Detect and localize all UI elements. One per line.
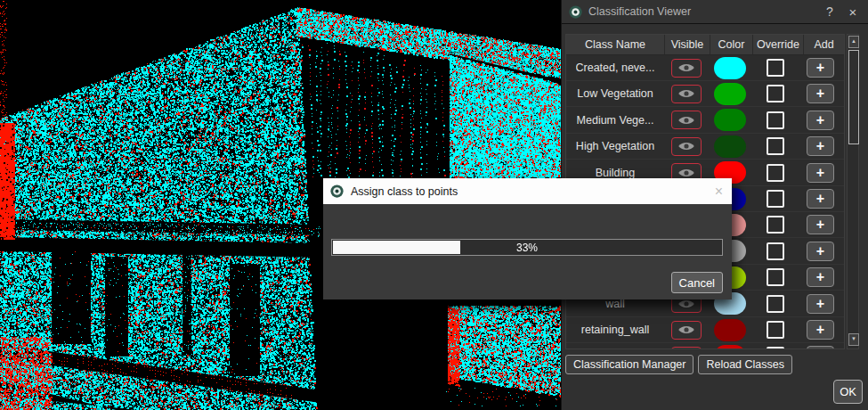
progress-bar: 33%	[331, 239, 723, 256]
override-checkbox[interactable]	[767, 268, 784, 286]
add-button[interactable]: +	[807, 58, 834, 78]
class-name-label: Building	[596, 167, 635, 179]
override-checkbox[interactable]	[767, 190, 784, 208]
class-name-label: retaining_wall	[581, 324, 649, 336]
class-row[interactable]: +	[566, 343, 844, 349]
override-checkbox[interactable]	[767, 85, 784, 102]
header-class-name[interactable]: Class Name	[566, 35, 665, 55]
add-button[interactable]: +	[807, 346, 834, 349]
app-logo-icon	[569, 5, 582, 19]
class-color-swatch[interactable]	[714, 57, 746, 79]
progress-percent-label: 33%	[332, 240, 722, 255]
ok-button[interactable]: OK	[833, 380, 863, 404]
header-color[interactable]: Color	[710, 35, 753, 55]
override-checkbox[interactable]	[767, 242, 784, 260]
eye-icon	[677, 168, 695, 178]
eye-icon	[677, 324, 695, 335]
assign-class-dialog: Assign class to points × 33% Cancel	[323, 178, 732, 299]
panel-titlebar[interactable]: Classification Viewer ? ×	[562, 0, 868, 24]
add-button[interactable]: +	[807, 111, 834, 130]
dialog-title: Assign class to points	[351, 185, 715, 198]
header-override[interactable]: Override	[753, 35, 804, 55]
class-color-swatch[interactable]	[714, 345, 746, 349]
override-checkbox[interactable]	[767, 347, 784, 349]
add-button[interactable]: +	[807, 267, 834, 287]
eye-icon	[677, 141, 695, 152]
class-name-label: Created, neve...	[576, 62, 655, 74]
table-scrollbar[interactable]: ▲ ▼	[847, 34, 859, 349]
add-button[interactable]: +	[807, 242, 834, 261]
add-button[interactable]: +	[807, 136, 834, 156]
class-color-swatch[interactable]	[714, 319, 746, 341]
scroll-up-icon[interactable]: ▲	[848, 36, 859, 48]
header-visible[interactable]: Visible	[665, 35, 710, 55]
visibility-eye-button[interactable]	[671, 321, 702, 340]
add-button[interactable]: +	[807, 294, 834, 314]
visibility-eye-button[interactable]	[671, 137, 702, 156]
override-checkbox[interactable]	[767, 216, 784, 234]
dialog-logo-icon	[330, 184, 344, 198]
class-name-label: High Vegetation	[576, 140, 654, 152]
class-name-label: Low Vegetation	[577, 87, 653, 100]
eye-icon	[677, 88, 695, 99]
override-checkbox[interactable]	[767, 59, 784, 77]
class-row[interactable]: Low Vegetation +	[566, 81, 844, 107]
dialog-titlebar[interactable]: Assign class to points ×	[323, 178, 732, 204]
close-icon[interactable]: ×	[841, 4, 864, 20]
panel-title: Classification Viewer	[588, 5, 818, 18]
eye-icon	[677, 299, 695, 309]
reload-classes-button[interactable]: Reload Classes	[698, 355, 792, 374]
add-button[interactable]: +	[807, 215, 834, 234]
class-color-swatch[interactable]	[714, 135, 746, 158]
table-header: Class Name Visible Color Override Add	[566, 35, 844, 55]
scrollbar-thumb[interactable]	[848, 50, 859, 144]
class-name-label: Medium Vege...	[577, 114, 654, 127]
visibility-eye-button[interactable]	[671, 59, 702, 78]
dialog-close-icon[interactable]: ×	[715, 184, 723, 200]
class-row[interactable]: High Vegetation +	[566, 134, 844, 160]
class-row[interactable]: Medium Vege... +	[566, 108, 844, 134]
visibility-eye-button[interactable]	[671, 111, 702, 129]
visibility-eye-button[interactable]	[671, 85, 702, 103]
class-row[interactable]: retaining_wall +	[566, 317, 844, 343]
class-color-swatch[interactable]	[714, 83, 746, 105]
class-color-swatch[interactable]	[714, 109, 746, 131]
override-checkbox[interactable]	[767, 295, 784, 313]
scroll-down-icon[interactable]: ▼	[848, 333, 859, 346]
override-checkbox[interactable]	[767, 137, 784, 155]
eye-icon	[677, 62, 695, 73]
cancel-button[interactable]: Cancel	[671, 272, 723, 293]
override-checkbox[interactable]	[767, 164, 784, 182]
add-button[interactable]: +	[807, 189, 834, 209]
header-add[interactable]: Add	[804, 35, 844, 55]
classification-manager-button[interactable]: Classification Manager	[565, 355, 694, 374]
add-button[interactable]: +	[807, 84, 834, 103]
add-button[interactable]: +	[807, 320, 834, 340]
override-checkbox[interactable]	[767, 321, 784, 339]
visibility-eye-button[interactable]	[671, 347, 702, 349]
help-icon[interactable]: ?	[818, 4, 841, 19]
class-row[interactable]: Created, neve... +	[566, 55, 844, 81]
add-button[interactable]: +	[807, 163, 834, 183]
override-checkbox[interactable]	[767, 111, 784, 129]
eye-icon	[677, 115, 695, 126]
